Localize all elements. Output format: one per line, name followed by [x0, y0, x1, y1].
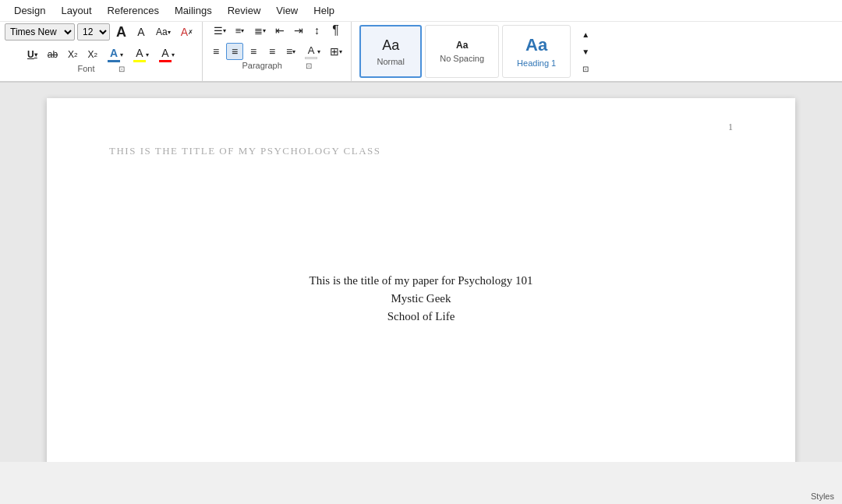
change-case-button[interactable]: Aa ▾: [152, 23, 175, 41]
style-heading1-label: Heading 1: [517, 58, 556, 68]
show-paragraph-button[interactable]: ¶: [327, 22, 345, 39]
doc-header: THIS IS THE TITLE OF MY PSYCHOLOGY CLASS…: [109, 145, 733, 157]
style-normal-button[interactable]: Aa Normal: [359, 25, 422, 78]
menu-bar: Design Layout References Mailings Review…: [0, 0, 842, 22]
page-number: 1: [728, 122, 733, 133]
menu-mailings[interactable]: Mailings: [167, 2, 220, 19]
doc-main-title: This is the title of my paper for Psycho…: [309, 274, 532, 287]
font-row2: U▾ ab X2 X2 A ▾ A ▾ A ▾: [23, 46, 179, 63]
font-color-button[interactable]: A ▾: [104, 46, 127, 63]
text-color-button[interactable]: A ▾: [155, 46, 179, 63]
increase-indent-button[interactable]: ⇥: [290, 22, 307, 39]
subscript-button[interactable]: X2: [64, 46, 81, 63]
font-section-label: Font ⊡: [73, 63, 129, 74]
style-normal-preview: Aa: [382, 37, 399, 54]
style-no-spacing-preview: Aa: [456, 40, 468, 51]
menu-references[interactable]: References: [100, 2, 167, 19]
superscript-button[interactable]: X2: [84, 46, 101, 63]
para-row2: ≡ ≡ ≡ ≡ ≡ ▾ A ▾ ⊞ ▾: [207, 43, 346, 60]
styles-section: Aa Normal Aa No Spacing Aa Heading 1 ▲ ▼…: [352, 22, 842, 81]
doc-header-title: THIS IS THE TITLE OF MY PSYCHOLOGY CLASS: [109, 145, 381, 157]
style-heading1-button[interactable]: Aa Heading 1: [502, 25, 571, 78]
numbered-list-button[interactable]: ≡▾: [232, 22, 249, 39]
font-family-select[interactable]: Times New Roman: [5, 23, 75, 41]
styles-more[interactable]: ⊡: [577, 60, 594, 77]
highlight-button[interactable]: A ▾: [129, 46, 153, 63]
style-normal-label: Normal: [377, 57, 404, 66]
doc-author: Mystic Geek: [391, 292, 451, 305]
doc-body: This is the title of my paper for Psycho…: [109, 274, 733, 323]
sort-button[interactable]: ↕: [309, 22, 326, 39]
clear-format-button[interactable]: A✗: [177, 23, 197, 41]
font-row1: Times New Roman 12 A A Aa ▾ A✗: [5, 22, 197, 42]
menu-design[interactable]: Design: [6, 2, 53, 19]
font-size-select[interactable]: 12: [77, 23, 110, 41]
document-area: THIS IS THE TITLE OF MY PSYCHOLOGY CLASS…: [0, 83, 842, 462]
style-no-spacing-label: No Spacing: [440, 54, 484, 63]
document-page: THIS IS THE TITLE OF MY PSYCHOLOGY CLASS…: [47, 98, 795, 462]
paragraph-section-label: Paragraph ⊡: [237, 60, 316, 71]
style-no-spacing-button[interactable]: Aa No Spacing: [425, 25, 499, 78]
align-center-button[interactable]: ≡: [226, 43, 243, 60]
decrease-font-button[interactable]: A: [133, 23, 150, 41]
styles-scroll-down[interactable]: ▼: [577, 43, 594, 60]
doc-school: School of Life: [387, 310, 455, 323]
shading-button[interactable]: A ▾: [301, 43, 324, 60]
justify-button[interactable]: ≡: [264, 43, 281, 60]
borders-button[interactable]: ⊞ ▾: [326, 43, 346, 60]
menu-review[interactable]: Review: [220, 2, 269, 19]
paragraph-section: ☰▾ ≡▾ ≣▾ ⇤ ⇥ ↕ ¶ ≡ ≡ ≡: [203, 22, 352, 81]
toolbar: Times New Roman 12 A A Aa ▾ A✗ U▾ ab X2 …: [0, 22, 842, 82]
line-spacing-button[interactable]: ≡ ▾: [282, 43, 299, 60]
menu-layout[interactable]: Layout: [53, 2, 99, 19]
multilevel-list-button[interactable]: ≣▾: [250, 22, 270, 39]
menu-view[interactable]: View: [268, 2, 306, 19]
underline-button[interactable]: U▾: [23, 46, 41, 63]
style-heading1-preview: Aa: [525, 35, 547, 55]
strikethrough-button[interactable]: ab: [44, 46, 62, 63]
align-left-button[interactable]: ≡: [207, 43, 225, 60]
font-section: Times New Roman 12 A A Aa ▾ A✗ U▾ ab X2 …: [0, 22, 203, 81]
menu-help[interactable]: Help: [306, 2, 342, 19]
styles-section-label: Styles: [811, 492, 834, 501]
styles-scroll-up[interactable]: ▲: [577, 26, 594, 43]
bullet-list-button[interactable]: ☰▾: [210, 22, 230, 39]
increase-font-button[interactable]: A: [112, 22, 130, 42]
para-row1: ☰▾ ≡▾ ≣▾ ⇤ ⇥ ↕ ¶: [210, 22, 345, 39]
decrease-indent-button[interactable]: ⇤: [271, 22, 288, 39]
align-right-button[interactable]: ≡: [245, 43, 262, 60]
